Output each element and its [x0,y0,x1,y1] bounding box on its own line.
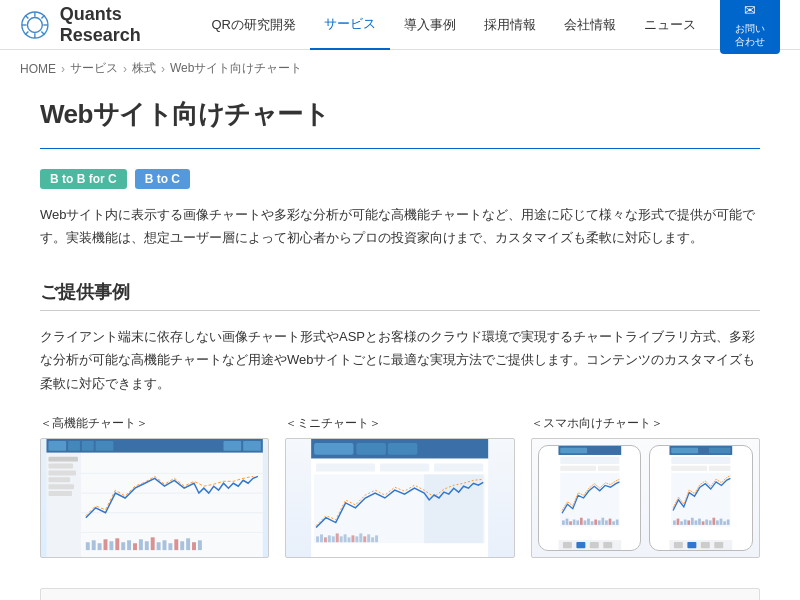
svg-rect-51 [357,443,387,455]
svg-rect-65 [344,534,347,542]
svg-rect-100 [576,542,585,548]
nav-item-qr[interactable]: QRの研究開発 [198,0,311,50]
svg-rect-94 [605,520,608,524]
svg-rect-114 [684,519,687,524]
svg-rect-14 [96,441,114,451]
svg-rect-58 [316,536,319,542]
breadcrumb-sep1: › [61,62,65,76]
svg-rect-122 [713,518,716,525]
chart-example-smart: ＜スマホ向けチャート＞ [531,415,760,558]
chart-image-high [40,438,269,558]
svg-rect-28 [115,538,119,550]
svg-rect-42 [198,540,202,550]
svg-rect-56 [434,464,483,472]
svg-rect-12 [68,441,80,451]
contact-button[interactable]: ✉ お問い合わせ [720,0,780,54]
svg-rect-46 [48,477,70,482]
svg-rect-116 [691,518,694,525]
nav-item-cases[interactable]: 導入事例 [390,0,470,50]
svg-rect-31 [133,543,137,550]
svg-rect-108 [672,466,708,471]
svg-rect-71 [368,534,371,542]
breadcrumb-home[interactable]: HOME [20,62,56,76]
phone-svg-1 [539,446,641,550]
svg-rect-126 [727,519,730,524]
svg-rect-77 [560,448,587,453]
svg-rect-99 [563,542,572,548]
chart-example-mini: ＜ミニチャート＞ [285,415,514,558]
svg-rect-131 [715,542,724,548]
nav-item-company[interactable]: 会社情報 [550,0,630,50]
intro-text: Webサイト内に表示する画像チャートや多彩な分析が可能な高機能チャートなど、用途… [40,203,760,250]
svg-rect-36 [163,540,167,550]
svg-rect-45 [48,470,76,475]
svg-rect-38 [174,539,178,550]
chart-svg-high [41,439,268,557]
svg-rect-96 [612,521,615,525]
svg-rect-24 [92,540,96,550]
svg-rect-87 [580,518,583,525]
svg-rect-78 [560,457,619,464]
svg-rect-29 [121,542,125,550]
chart-label-mini: ＜ミニチャート＞ [285,415,514,432]
svg-rect-84 [569,521,572,525]
chart-label-high: ＜高機能チャート＞ [40,415,269,432]
svg-rect-15 [223,441,241,451]
nav-item-recruit[interactable]: 採用情報 [470,0,550,50]
svg-rect-79 [560,466,596,471]
section-divider [40,310,760,311]
svg-rect-47 [48,484,74,489]
svg-rect-43 [48,457,78,462]
svg-rect-16 [243,441,261,451]
svg-rect-112 [677,519,680,525]
svg-rect-37 [168,543,172,550]
svg-rect-130 [701,542,710,548]
svg-rect-73 [375,535,378,542]
svg-rect-121 [709,520,712,524]
breadcrumb: HOME › サービス › 株式 › Webサイト向けチャート [0,50,800,87]
page-title: Webサイト向けチャート [40,97,760,132]
svg-rect-33 [145,541,149,550]
chart-examples: ＜高機能チャート＞ [40,415,760,558]
header: Quants Research QRの研究開発 サービス 導入事例 採用情報 会… [0,0,800,50]
svg-rect-82 [562,520,565,524]
svg-rect-125 [724,521,727,525]
nav-item-news[interactable]: ニュース [630,0,710,50]
svg-rect-50 [314,443,353,455]
chart-image-mini [285,438,514,558]
svg-rect-74 [425,474,484,543]
svg-rect-26 [104,539,108,550]
nav-area: QRの研究開発 サービス 導入事例 採用情報 会社情報 ニュース ✉ お問い合わ… [198,0,781,54]
nav-item-service[interactable]: サービス [310,0,390,50]
logo-icon [20,9,50,41]
svg-rect-101 [589,542,598,548]
contact-label: お問い合わせ [732,22,768,48]
svg-rect-102 [603,542,612,548]
svg-rect-54 [316,464,375,472]
svg-rect-86 [576,520,579,524]
svg-rect-111 [673,520,676,524]
svg-rect-92 [598,520,601,524]
tags-area: B to B for C B to C [40,169,760,189]
svg-rect-39 [180,541,184,550]
svg-rect-67 [352,535,355,542]
svg-rect-68 [356,536,359,542]
svg-rect-61 [328,535,331,542]
svg-rect-120 [706,519,709,524]
footer-note: 導入実績：証券会社、ネット証券会社、ネット銀行 他 [40,588,760,600]
svg-rect-52 [388,443,418,455]
main-content: Webサイト向けチャート B to B for C B to C Webサイト内… [0,87,800,600]
svg-rect-13 [82,441,94,451]
breadcrumb-stocks[interactable]: 株式 [132,60,156,77]
title-divider [40,148,760,149]
svg-rect-113 [681,521,684,525]
svg-rect-85 [572,519,575,524]
svg-rect-109 [709,466,731,471]
breadcrumb-service[interactable]: サービス [70,60,118,77]
svg-rect-60 [324,537,327,542]
svg-rect-27 [109,541,113,550]
svg-rect-11 [48,441,66,451]
svg-rect-70 [364,536,367,542]
svg-rect-97 [615,519,618,524]
svg-rect-128 [674,542,683,548]
